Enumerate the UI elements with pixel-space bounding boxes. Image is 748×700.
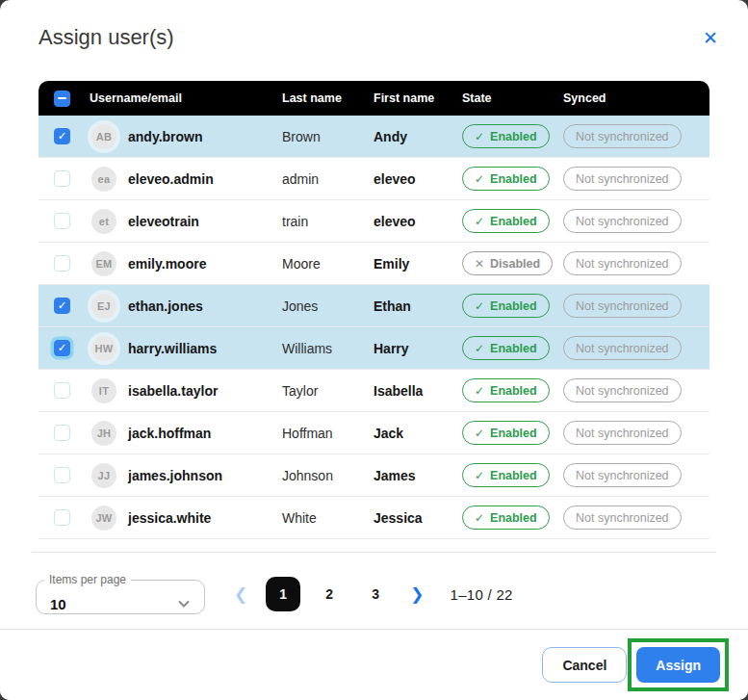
table-bottom-divider xyxy=(32,552,716,553)
table-row[interactable]: ✓ EM emily.moore Moore Emily ✕ Disabled … xyxy=(39,243,709,285)
first-name-text: Jessica xyxy=(374,510,462,526)
state-badge: ✓ Enabled xyxy=(462,463,550,487)
row-checkbox[interactable]: ✓ xyxy=(54,382,70,399)
page-button-2[interactable]: 2 xyxy=(312,577,347,611)
username-text: emily.moore xyxy=(128,256,206,272)
synced-cell: Not synchronized xyxy=(563,124,709,148)
synced-cell: Not synchronized xyxy=(563,294,709,318)
last-name-text: Brown xyxy=(282,129,374,144)
state-badge: ✓ Enabled xyxy=(462,421,550,445)
user-cell: AB andy.brown xyxy=(79,124,282,149)
close-icon[interactable]: ✕ xyxy=(695,25,726,51)
user-cell: JJ james.johnson xyxy=(79,463,282,488)
username-text: harry.williams xyxy=(128,341,217,356)
state-badge: ✓ Enabled xyxy=(462,294,550,318)
assign-button[interactable]: Assign xyxy=(636,647,720,683)
row-checkbox[interactable]: ✓ xyxy=(54,298,70,314)
synced-badge: Not synchronized xyxy=(563,336,682,360)
avatar: HW xyxy=(91,336,116,361)
table-row[interactable]: ✓ EJ ethan.jones Jones Ethan ✓ Enabled N… xyxy=(39,285,709,327)
row-checkbox-cell: ✓ xyxy=(39,340,79,356)
last-name-text: Jones xyxy=(282,298,374,314)
user-cell: JH jack.hoffman xyxy=(79,421,282,446)
synced-badge: Not synchronized xyxy=(563,251,682,275)
first-name-text: eleveo xyxy=(374,171,462,187)
synced-cell: Not synchronized xyxy=(563,167,709,191)
synced-cell: Not synchronized xyxy=(563,378,709,402)
table-row[interactable]: ✓ et eleveotrain train eleveo ✓ Enabled … xyxy=(39,200,709,243)
items-per-page-value: 10 xyxy=(50,596,66,612)
synced-badge: Not synchronized xyxy=(563,463,682,487)
indeterminate-mark-icon xyxy=(58,97,66,100)
first-name-text: Jack xyxy=(374,426,462,441)
row-checkbox[interactable]: ✓ xyxy=(54,170,70,187)
cancel-button[interactable]: Cancel xyxy=(542,647,627,683)
row-checkbox[interactable]: ✓ xyxy=(54,509,70,526)
page-title: Assign user(s) xyxy=(39,25,174,50)
last-name-text: White xyxy=(282,510,374,526)
state-cell: ✓ Enabled xyxy=(462,294,563,318)
state-cell: ✓ Enabled xyxy=(462,209,563,233)
check-icon: ✓ xyxy=(58,300,67,312)
synced-badge: Not synchronized xyxy=(563,294,682,318)
row-checkbox[interactable]: ✓ xyxy=(54,340,70,356)
first-name-text: Emily xyxy=(374,256,462,272)
state-text: Enabled xyxy=(490,427,537,440)
table-body: ✓ AB andy.brown Brown Andy ✓ Enabled Not… xyxy=(39,116,709,539)
user-cell: ea eleveo.admin xyxy=(79,167,282,192)
synced-badge: Not synchronized xyxy=(563,124,682,148)
state-cell: ✕ Disabled xyxy=(462,251,563,275)
next-page-icon[interactable]: ❯ xyxy=(410,584,424,605)
prev-page-icon[interactable]: ❮ xyxy=(234,584,247,605)
state-icon: ✓ xyxy=(475,470,484,481)
column-header-firstname: First name xyxy=(374,91,462,105)
state-badge: ✓ Enabled xyxy=(462,167,550,191)
table-row[interactable]: ✓ JJ james.johnson Johnson James ✓ Enabl… xyxy=(39,454,709,497)
page-button-3[interactable]: 3 xyxy=(358,577,393,611)
state-icon: ✕ xyxy=(475,258,484,270)
table-header: Username/email Last name First name Stat… xyxy=(39,81,709,116)
table-row[interactable]: ✓ JW jessica.white White Jessica ✓ Enabl… xyxy=(39,497,709,539)
last-name-text: Moore xyxy=(282,256,374,272)
avatar: IT xyxy=(91,378,116,403)
table-row[interactable]: ✓ ea eleveo.admin admin eleveo ✓ Enabled… xyxy=(39,158,709,200)
state-text: Enabled xyxy=(490,469,537,482)
user-cell: et eleveotrain xyxy=(79,209,282,234)
table-row[interactable]: ✓ JH jack.hoffman Hoffman Jack ✓ Enabled… xyxy=(39,412,709,454)
username-text: andy.brown xyxy=(128,129,203,144)
items-per-page-select[interactable]: Items per page 10 xyxy=(36,574,205,614)
state-cell: ✓ Enabled xyxy=(462,378,563,402)
state-cell: ✓ Enabled xyxy=(462,463,563,487)
user-cell: EJ ethan.jones xyxy=(79,294,282,319)
synced-badge: Not synchronized xyxy=(563,421,682,445)
row-checkbox-cell: ✓ xyxy=(39,382,79,399)
row-checkbox-cell: ✓ xyxy=(39,298,79,314)
row-checkbox[interactable]: ✓ xyxy=(54,128,70,144)
row-checkbox-cell: ✓ xyxy=(39,170,79,187)
dialog-footer: Cancel Assign xyxy=(0,629,748,700)
first-name-text: Ethan xyxy=(374,298,462,314)
row-checkbox-cell: ✓ xyxy=(39,509,79,526)
last-name-text: Hoffman xyxy=(282,426,374,441)
table-row[interactable]: ✓ AB andy.brown Brown Andy ✓ Enabled Not… xyxy=(39,116,709,158)
last-name-text: Taylor xyxy=(282,383,374,399)
state-icon: ✓ xyxy=(475,173,484,185)
synced-cell: Not synchronized xyxy=(563,336,709,360)
row-checkbox[interactable]: ✓ xyxy=(54,425,70,441)
avatar: EJ xyxy=(91,294,116,319)
row-checkbox[interactable]: ✓ xyxy=(54,213,70,229)
row-checkbox-cell: ✓ xyxy=(39,255,79,272)
table-row[interactable]: ✓ IT isabella.taylor Taylor Isabella ✓ E… xyxy=(39,370,709,412)
user-cell: JW jessica.white xyxy=(79,506,282,531)
row-checkbox[interactable]: ✓ xyxy=(54,467,70,483)
synced-cell: Not synchronized xyxy=(563,251,709,275)
select-all-checkbox[interactable] xyxy=(54,91,70,107)
row-checkbox[interactable]: ✓ xyxy=(54,255,70,272)
username-text: jack.hoffman xyxy=(128,426,211,441)
dialog-header: Assign user(s) ✕ xyxy=(0,0,748,51)
page-button-1[interactable]: 1 xyxy=(266,577,300,611)
last-name-text: Williams xyxy=(282,341,374,356)
table-row[interactable]: ✓ HW harry.williams Williams Harry ✓ Ena… xyxy=(39,327,709,370)
synced-cell: Not synchronized xyxy=(563,421,709,445)
chevron-down-icon xyxy=(176,596,192,615)
